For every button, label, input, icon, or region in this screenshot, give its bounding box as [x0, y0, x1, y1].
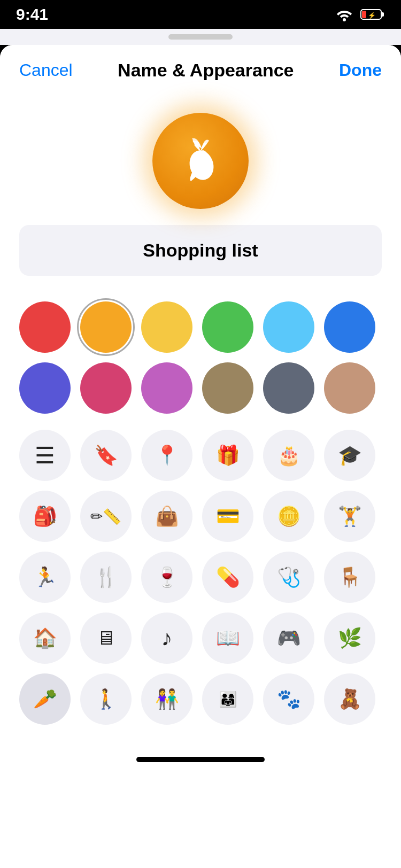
- color-swatch-pink[interactable]: [80, 362, 132, 414]
- done-button[interactable]: Done: [339, 60, 382, 80]
- icon-btn-pill[interactable]: 💊: [202, 552, 253, 603]
- icon-btn-gamepad[interactable]: 🎮: [263, 613, 314, 664]
- status-bar: 9:41 ⚡: [0, 0, 401, 29]
- status-time: 9:41: [16, 5, 48, 24]
- icon-btn-backpack[interactable]: 🎒: [19, 491, 71, 542]
- nav-bar: Cancel Name & Appearance Done: [0, 45, 401, 91]
- main-sheet: Cancel Name & Appearance Done: [0, 45, 401, 868]
- icon-btn-pin[interactable]: 📍: [141, 430, 192, 481]
- icon-btn-book[interactable]: 📖: [202, 613, 253, 664]
- icon-btn-cake[interactable]: 🎂: [263, 430, 314, 481]
- sheet-handle: [168, 34, 233, 40]
- wifi-icon: [335, 7, 354, 21]
- icon-btn-bookmark[interactable]: 🔖: [80, 430, 132, 481]
- svg-text:⚡: ⚡: [368, 11, 376, 19]
- color-swatch-red[interactable]: [19, 301, 71, 353]
- color-swatch-tan[interactable]: [324, 362, 375, 414]
- icon-btn-leaf[interactable]: 🌿: [324, 613, 375, 664]
- icon-btn-bear[interactable]: 🧸: [324, 673, 375, 725]
- icon-display-area: [0, 91, 401, 225]
- color-swatch-light-blue[interactable]: [263, 301, 314, 353]
- icon-btn-paw[interactable]: 🐾: [263, 673, 314, 725]
- icon-section: ☰🔖📍🎁🎂🎓🎒✏📏👜💳🪙🏋🏃🍴🍷💊🩺🪑🏠🖥♪📖🎮🌿🥕🚶👫👨‍👩‍👧🐾🧸: [0, 419, 401, 746]
- icon-btn-wallet[interactable]: 👜: [141, 491, 192, 542]
- color-swatch-green[interactable]: [202, 301, 253, 353]
- icon-btn-wine[interactable]: 🍷: [141, 552, 192, 603]
- icon-btn-person[interactable]: 🚶: [80, 673, 132, 725]
- list-name-input[interactable]: [19, 225, 382, 276]
- color-swatch-yellow[interactable]: [141, 301, 192, 353]
- carrot-icon: [174, 134, 227, 188]
- color-swatch-brown[interactable]: [202, 362, 253, 414]
- main-icon-circle[interactable]: [152, 113, 249, 209]
- page-title: Name & Appearance: [118, 60, 294, 81]
- icon-btn-chair[interactable]: 🪑: [324, 552, 375, 603]
- home-bar: [136, 757, 265, 762]
- icon-grid: ☰🔖📍🎁🎂🎓🎒✏📏👜💳🪙🏋🏃🍴🍷💊🩺🪑🏠🖥♪📖🎮🌿🥕🚶👫👨‍👩‍👧🐾🧸: [19, 430, 382, 725]
- color-swatch-purple[interactable]: [141, 362, 192, 414]
- color-grid: [19, 301, 382, 414]
- icon-btn-stethoscope[interactable]: 🩺: [263, 552, 314, 603]
- sheet-handle-area: [0, 29, 401, 45]
- icon-btn-dumbbell[interactable]: 🏋: [324, 491, 375, 542]
- color-swatch-blue[interactable]: [324, 301, 375, 353]
- icon-btn-gift[interactable]: 🎁: [202, 430, 253, 481]
- battery-icon: ⚡: [360, 8, 385, 21]
- svg-rect-2: [381, 12, 384, 17]
- svg-rect-1: [362, 11, 366, 18]
- icon-btn-couple[interactable]: 👫: [141, 673, 192, 725]
- status-icons: ⚡: [335, 7, 385, 21]
- icon-btn-list[interactable]: ☰: [19, 430, 71, 481]
- icon-btn-music[interactable]: ♪: [141, 613, 192, 664]
- icon-btn-carrot[interactable]: 🥕: [19, 673, 71, 725]
- color-section: [0, 291, 401, 419]
- name-input-area[interactable]: [0, 225, 401, 291]
- icon-btn-running[interactable]: 🏃: [19, 552, 71, 603]
- color-swatch-gray[interactable]: [263, 362, 314, 414]
- icon-btn-graduation[interactable]: 🎓: [324, 430, 375, 481]
- cancel-button[interactable]: Cancel: [19, 60, 73, 80]
- color-swatch-indigo[interactable]: [19, 362, 71, 414]
- icon-btn-fork-knife[interactable]: 🍴: [80, 552, 132, 603]
- icon-btn-pencil[interactable]: ✏📏: [80, 491, 132, 542]
- icon-btn-house[interactable]: 🏠: [19, 613, 71, 664]
- color-swatch-orange[interactable]: [80, 301, 132, 353]
- icon-btn-tv[interactable]: 🖥: [80, 613, 132, 664]
- icon-btn-card[interactable]: 💳: [202, 491, 253, 542]
- icon-btn-money[interactable]: 🪙: [263, 491, 314, 542]
- icon-btn-family[interactable]: 👨‍👩‍👧: [202, 673, 253, 725]
- home-indicator: [0, 746, 401, 768]
